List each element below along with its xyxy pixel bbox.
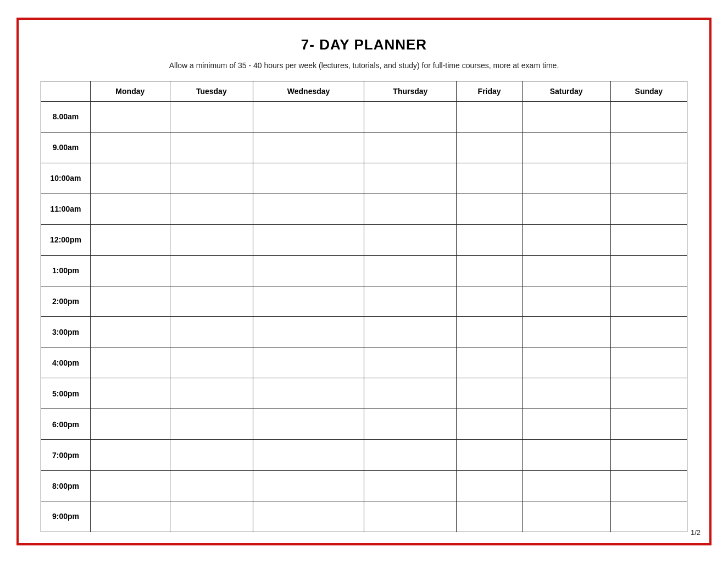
planner-cell[interactable] [610, 163, 687, 194]
planner-cell[interactable] [457, 409, 522, 440]
planner-cell[interactable] [522, 347, 610, 378]
planner-cell[interactable] [364, 102, 457, 133]
planner-cell[interactable] [91, 163, 170, 194]
planner-cell[interactable] [253, 409, 364, 440]
planner-cell[interactable] [610, 286, 687, 317]
planner-cell[interactable] [457, 471, 522, 501]
planner-cell[interactable] [364, 132, 457, 163]
planner-cell[interactable] [170, 317, 253, 347]
planner-cell[interactable] [170, 347, 253, 378]
planner-cell[interactable] [457, 317, 522, 347]
planner-cell[interactable] [457, 440, 522, 471]
planner-cell[interactable] [91, 102, 170, 133]
planner-cell[interactable] [610, 347, 687, 378]
planner-cell[interactable] [457, 347, 522, 378]
planner-cell[interactable] [610, 194, 687, 224]
planner-cell[interactable] [522, 255, 610, 286]
planner-cell[interactable] [457, 224, 522, 255]
planner-cell[interactable] [364, 224, 457, 255]
planner-cell[interactable] [253, 317, 364, 347]
planner-cell[interactable] [253, 132, 364, 163]
planner-cell[interactable] [170, 224, 253, 255]
planner-cell[interactable] [610, 409, 687, 440]
planner-cell[interactable] [170, 471, 253, 501]
planner-cell[interactable] [91, 409, 170, 440]
planner-cell[interactable] [364, 317, 457, 347]
planner-cell[interactable] [253, 501, 364, 532]
planner-cell[interactable] [364, 255, 457, 286]
planner-cell[interactable] [253, 224, 364, 255]
planner-cell[interactable] [91, 471, 170, 501]
planner-cell[interactable] [91, 347, 170, 378]
planner-cell[interactable] [364, 471, 457, 501]
planner-cell[interactable] [610, 224, 687, 255]
planner-cell[interactable] [253, 286, 364, 317]
planner-cell[interactable] [457, 194, 522, 224]
planner-cell[interactable] [170, 286, 253, 317]
planner-cell[interactable] [364, 347, 457, 378]
planner-cell[interactable] [253, 347, 364, 378]
planner-cell[interactable] [170, 501, 253, 532]
planner-cell[interactable] [253, 440, 364, 471]
planner-cell[interactable] [522, 440, 610, 471]
planner-cell[interactable] [522, 286, 610, 317]
planner-cell[interactable] [522, 317, 610, 347]
planner-cell[interactable] [91, 440, 170, 471]
planner-cell[interactable] [364, 409, 457, 440]
planner-cell[interactable] [610, 255, 687, 286]
page-title: 7- DAY PLANNER [301, 36, 427, 53]
planner-cell[interactable] [91, 286, 170, 317]
planner-cell[interactable] [610, 471, 687, 501]
planner-cell[interactable] [522, 471, 610, 501]
planner-cell[interactable] [91, 132, 170, 163]
planner-cell[interactable] [91, 224, 170, 255]
planner-cell[interactable] [522, 163, 610, 194]
planner-cell[interactable] [610, 378, 687, 409]
planner-cell[interactable] [522, 224, 610, 255]
planner-cell[interactable] [91, 255, 170, 286]
planner-cell[interactable] [610, 501, 687, 532]
planner-cell[interactable] [170, 194, 253, 224]
planner-cell[interactable] [253, 194, 364, 224]
planner-cell[interactable] [253, 471, 364, 501]
planner-cell[interactable] [170, 409, 253, 440]
planner-cell[interactable] [522, 378, 610, 409]
planner-cell[interactable] [457, 501, 522, 532]
planner-cell[interactable] [364, 163, 457, 194]
planner-cell[interactable] [91, 317, 170, 347]
planner-cell[interactable] [91, 378, 170, 409]
planner-cell[interactable] [170, 440, 253, 471]
planner-cell[interactable] [522, 194, 610, 224]
planner-cell[interactable] [610, 132, 687, 163]
table-row: 12:00pm [41, 224, 687, 255]
planner-cell[interactable] [457, 286, 522, 317]
planner-cell[interactable] [610, 102, 687, 133]
planner-cell[interactable] [364, 286, 457, 317]
planner-cell[interactable] [170, 255, 253, 286]
planner-cell[interactable] [253, 163, 364, 194]
planner-cell[interactable] [170, 378, 253, 409]
planner-cell[interactable] [364, 194, 457, 224]
planner-cell[interactable] [457, 132, 522, 163]
planner-cell[interactable] [522, 501, 610, 532]
planner-cell[interactable] [457, 255, 522, 286]
planner-cell[interactable] [170, 163, 253, 194]
planner-cell[interactable] [91, 501, 170, 532]
planner-cell[interactable] [253, 255, 364, 286]
planner-cell[interactable] [170, 132, 253, 163]
planner-cell[interactable] [457, 163, 522, 194]
planner-cell[interactable] [522, 102, 610, 133]
planner-cell[interactable] [364, 501, 457, 532]
planner-cell[interactable] [253, 378, 364, 409]
planner-cell[interactable] [364, 440, 457, 471]
planner-cell[interactable] [522, 132, 610, 163]
planner-cell[interactable] [457, 102, 522, 133]
planner-cell[interactable] [610, 440, 687, 471]
planner-cell[interactable] [91, 194, 170, 224]
planner-cell[interactable] [253, 102, 364, 133]
planner-cell[interactable] [457, 378, 522, 409]
planner-cell[interactable] [364, 378, 457, 409]
planner-cell[interactable] [522, 409, 610, 440]
planner-cell[interactable] [170, 102, 253, 133]
planner-cell[interactable] [610, 317, 687, 347]
